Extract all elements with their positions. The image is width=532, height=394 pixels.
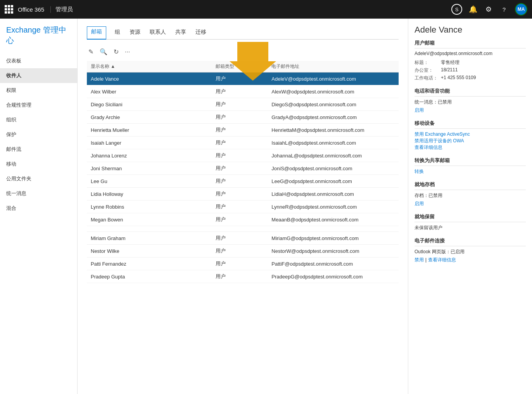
- tab-group[interactable]: 组: [114, 26, 121, 40]
- cell-name: Miriam Graham: [87, 232, 212, 245]
- col-header-email: 电子邮件地址: [268, 61, 399, 73]
- detail-shared-section: 转换为共享邮箱 转换: [415, 157, 526, 175]
- hold-status: 未保留该用户: [415, 225, 526, 231]
- cell-email: AdeleV@odpsdptest.onmicrosoft.com: [268, 73, 399, 85]
- detail-panel: Adele Vance 用户邮箱 AdeleV@odpsdptest.onmic…: [408, 19, 532, 394]
- sidebar: Exchange 管理中心 仪表板 收件人 权限 合规性管理 组织 保护 邮件流…: [0, 19, 78, 394]
- sidebar-item-recipients[interactable]: 收件人: [0, 68, 77, 83]
- cell-name: Megan Bowen: [87, 213, 212, 226]
- cell-type: 用户: [212, 98, 268, 111]
- tab-migrate[interactable]: 迁移: [195, 26, 207, 40]
- table-row[interactable]: Johanna Lorenz用户JohannaL@odpsdptest.onmi…: [87, 149, 399, 162]
- cell-email: JoniS@odpsdptest.onmicrosoft.com: [268, 162, 399, 175]
- disable-eas-link[interactable]: 禁用 Exchange ActiveSync: [415, 131, 470, 137]
- table-row[interactable]: Isaiah Langer用户IsaiahL@odpsdptest.onmicr…: [87, 137, 399, 149]
- cell-name: Lee Gu: [87, 175, 212, 188]
- cell-name: [87, 226, 212, 232]
- content-area: 邮箱 组 资源 联系人 共享 迁移 ✎ 🔍 ↻ ··· 显示名称 ▲ 邮箱类型 …: [78, 19, 408, 394]
- arrow-decoration: [230, 42, 276, 82]
- sidebar-item-compliance[interactable]: 合规性管理: [0, 98, 77, 112]
- table-row[interactable]: Patti Fernandez用户PattiF@odpsdptest.onmic…: [87, 257, 399, 270]
- help-icon[interactable]: ?: [499, 5, 509, 14]
- notification-icon[interactable]: 🔔: [468, 5, 478, 14]
- search-icon[interactable]: 🔍: [98, 47, 109, 56]
- sidebar-item-mobile[interactable]: 移动: [0, 157, 77, 171]
- sidebar-item-hybrid[interactable]: 混合: [0, 201, 77, 216]
- app-name: Office 365: [18, 6, 51, 13]
- detail-mailbox-section: 用户邮箱 AdeleV@odpsdptest.onmicrosoft.com 标…: [415, 40, 526, 81]
- admin-label: 管理员: [55, 6, 73, 13]
- phone-value: +1 425 555 0109: [441, 75, 476, 81]
- sidebar-item-dashboard[interactable]: 仪表板: [0, 54, 77, 68]
- view-mobile-details-link[interactable]: 查看详细信息: [415, 145, 442, 150]
- disable-owa-link[interactable]: 禁用适用于设备的 OWA: [415, 138, 464, 143]
- settings-icon[interactable]: ⚙: [484, 5, 493, 14]
- table-row[interactable]: Pradeep Gupta用户PradeepG@odpsdptest.onmic…: [87, 270, 399, 283]
- refresh-icon[interactable]: ↻: [112, 47, 120, 56]
- table-row[interactable]: Diego Siciliani用户DiegoS@odpsdptest.onmic…: [87, 98, 399, 111]
- cell-name: Diego Siciliani: [87, 98, 212, 111]
- detail-mobile-section: 移动设备 禁用 Exchange ActiveSync 禁用适用于设备的 OWA…: [415, 120, 526, 151]
- separator: |: [425, 257, 428, 263]
- table-row[interactable]: Lee Gu用户LeeG@odpsdptest.onmicrosoft.com: [87, 175, 399, 188]
- tab-mailbox[interactable]: 邮箱: [87, 26, 106, 40]
- table-row[interactable]: [87, 226, 399, 232]
- enable-archive-link[interactable]: 启用: [415, 201, 424, 206]
- cell-name: Isaiah Langer: [87, 137, 212, 149]
- more-icon[interactable]: ···: [123, 48, 131, 56]
- table-row[interactable]: Alex Wilber用户AlexW@odpsdptest.onmicrosof…: [87, 85, 399, 98]
- cell-name: Patti Fernandez: [87, 257, 212, 270]
- cell-type: 用户: [212, 188, 268, 200]
- waffle-menu[interactable]: [5, 5, 13, 14]
- cell-type: 用户: [212, 200, 268, 213]
- cell-type: 用户: [212, 175, 268, 188]
- table-row[interactable]: Joni Sherman用户JoniS@odpsdptest.onmicroso…: [87, 162, 399, 175]
- user-avatar[interactable]: MA: [515, 3, 527, 16]
- cell-email: MiriamG@odpsdptest.onmicrosoft.com: [268, 232, 399, 245]
- cell-type: 用户: [212, 213, 268, 226]
- skype-icon[interactable]: S: [451, 4, 462, 15]
- cell-type: 用户: [212, 232, 268, 245]
- detail-hold-section: 就地保留 未保留该用户: [415, 213, 526, 231]
- enable-unified-msg-link[interactable]: 启用: [415, 107, 424, 113]
- sidebar-item-unifiedmsg[interactable]: 统一消息: [0, 186, 77, 201]
- detail-voice-header: 电话和语音功能: [415, 88, 526, 97]
- sidebar-item-organization[interactable]: 组织: [0, 112, 77, 127]
- cell-email: GradyA@odpsdptest.onmicrosoft.com: [268, 111, 399, 124]
- svg-marker-0: [230, 42, 276, 81]
- sidebar-item-publicfolders[interactable]: 公用文件夹: [0, 171, 77, 186]
- tab-shared[interactable]: 共享: [174, 26, 187, 40]
- sidebar-item-permissions[interactable]: 权限: [0, 83, 77, 98]
- tab-resource[interactable]: 资源: [129, 26, 141, 40]
- cell-name: Lidia Holloway: [87, 188, 212, 200]
- table-row[interactable]: Lynne Robbins用户LynneR@odpsdptest.onmicro…: [87, 200, 399, 213]
- table-row[interactable]: Megan Bowen用户MeaanB@odpsdptest.onmicroso…: [87, 213, 399, 226]
- cell-email: LidiaH@odpsdptest.onmicrosoft.com: [268, 188, 399, 200]
- cell-name: Joni Sherman: [87, 162, 212, 175]
- table-row[interactable]: Grady Archie用户GradyA@odpsdptest.onmicros…: [87, 111, 399, 124]
- cell-name: Adele Vance: [87, 73, 212, 85]
- table-row[interactable]: Miriam Graham用户MiriamG@odpsdptest.onmicr…: [87, 232, 399, 245]
- cell-name: Henrietta Mueller: [87, 124, 212, 137]
- table-row[interactable]: Henrietta Mueller用户HenriettaM@odpsdptest…: [87, 124, 399, 137]
- cell-email: PattiF@odpsdptest.onmicrosoft.com: [268, 257, 399, 270]
- table-row[interactable]: Nestor Wilke用户NestorW@odpsdptest.onmicro…: [87, 245, 399, 257]
- edit-icon[interactable]: ✎: [87, 47, 95, 56]
- detail-connect-section: 电子邮件连接 Outlook 网页版：已启用 禁用 | 查看详细信息: [415, 237, 526, 263]
- cell-type: 用户: [212, 137, 268, 149]
- detail-hold-header: 就地保留: [415, 213, 526, 222]
- disable-outlook-link[interactable]: 禁用: [415, 257, 424, 263]
- col-header-name[interactable]: 显示名称 ▲: [87, 61, 212, 73]
- cell-email: IsaiahL@odpsdptest.onmicrosoft.com: [268, 137, 399, 149]
- sidebar-item-protection[interactable]: 保护: [0, 127, 77, 142]
- tab-contact[interactable]: 联系人: [149, 26, 167, 40]
- cell-name: Lynne Robbins: [87, 200, 212, 213]
- sidebar-item-mailflow[interactable]: 邮件流: [0, 142, 77, 157]
- cell-name: Grady Archie: [87, 111, 212, 124]
- cell-type: 用户: [212, 111, 268, 124]
- cell-name: Pradeep Gupta: [87, 270, 212, 283]
- cell-email: PradeepG@odpsdptest.onmicrosoft.com: [268, 270, 399, 283]
- table-row[interactable]: Lidia Holloway用户LidiaH@odpsdptest.onmicr…: [87, 188, 399, 200]
- view-outlook-link[interactable]: 查看详细信息: [428, 257, 456, 263]
- convert-link[interactable]: 转换: [415, 169, 424, 174]
